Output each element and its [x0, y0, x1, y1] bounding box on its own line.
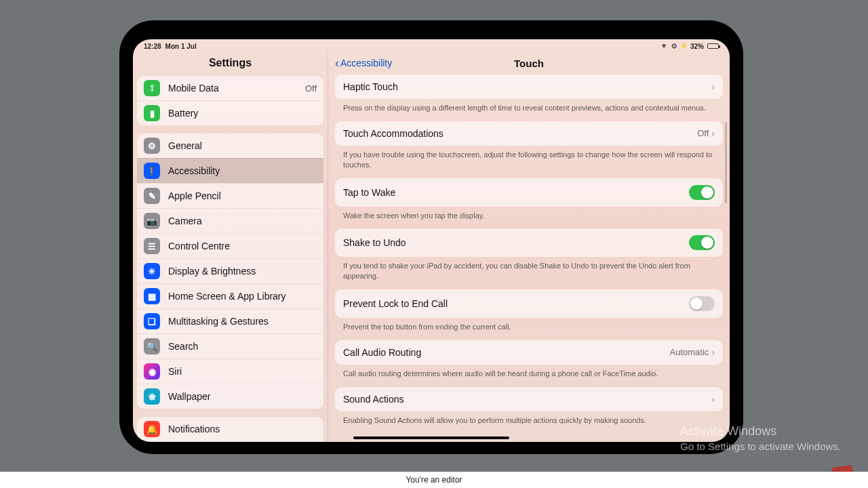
sidebar-group-sounds: 🔔 Notifications 🔊 Sounds	[137, 417, 323, 442]
screen: 12:28 Mon 1 Jul ᯤ ⊙ ⚡ 32% Settings ⟟	[133, 39, 730, 442]
sidebar-item-accessibility[interactable]: 🚶 Accessibility	[137, 158, 323, 183]
wallpaper-icon: ❀	[144, 388, 160, 405]
setting-value: Off	[697, 128, 709, 138]
sidebar-item-label: Search	[168, 341, 317, 352]
setting-footer: If you have trouble using the touchscree…	[335, 146, 723, 171]
back-button[interactable]: ‹ Accessibility	[335, 57, 392, 69]
sidebar-title: Settings	[133, 52, 328, 76]
sidebar-item-wallpaper[interactable]: ❀ Wallpaper	[137, 384, 323, 409]
back-label: Accessibility	[340, 58, 392, 68]
sidebar-item-general[interactable]: ⚙ General	[137, 134, 323, 158]
bell-icon: 🔔	[144, 421, 160, 437]
setting-label: Tap to Wake	[343, 187, 689, 198]
setting-label: Prevent Lock to End Call	[343, 298, 689, 309]
detail-pane: ‹ Accessibility Touch Haptic Touch › Pre…	[328, 52, 730, 442]
setting-label: Touch Accommodations	[343, 128, 697, 139]
setting-row-shake-to-undo: Shake to Undo	[335, 228, 723, 257]
status-date: Mon 1 Jul	[165, 43, 197, 50]
sidebar-item-display[interactable]: ☀ Display & Brightness	[137, 258, 323, 283]
sidebar-item-apple-pencil[interactable]: ✎ Apple Pencil	[137, 183, 323, 208]
sidebar-item-label: Home Screen & App Library	[168, 291, 317, 302]
sidebar-item-label: Accessibility	[168, 165, 317, 176]
setting-footer: Press on the display using a different l…	[335, 99, 723, 115]
setting-label: Shake to Undo	[343, 237, 689, 248]
chevron-left-icon: ‹	[335, 57, 339, 69]
camera-icon: 📷	[144, 213, 160, 229]
charging-icon: ⚡	[679, 43, 688, 49]
sidebar-item-sounds[interactable]: 🔊 Sounds	[137, 441, 323, 442]
battery-icon: ▮	[144, 105, 160, 121]
sidebar-item-label: Notifications	[168, 424, 317, 434]
chevron-right-icon: ›	[711, 128, 715, 139]
sidebar-item-label: Battery	[168, 108, 317, 119]
siri-icon: ◉	[144, 363, 160, 380]
accessibility-icon: 🚶	[144, 163, 160, 179]
prevent-lock-switch[interactable]	[689, 296, 715, 311]
setting-footer: Wake the screen when you tap the display…	[335, 207, 723, 222]
setting-footer: If you tend to shake your iPad by accide…	[335, 257, 723, 283]
tap-to-wake-switch[interactable]	[689, 185, 715, 200]
sidebar-item-label: Display & Brightness	[168, 266, 317, 277]
sidebar-item-label: Siri	[168, 366, 317, 377]
sidebar-item-label: Control Centre	[168, 241, 317, 251]
setting-row-touch-accommodations[interactable]: Touch Accommodations Off ›	[335, 121, 723, 146]
sliders-icon: ☰	[144, 238, 160, 254]
setting-footer: Enabling Sound Actions will allow you to…	[335, 411, 723, 427]
setting-footer: Call audio routing determines where audi…	[335, 365, 723, 380]
tablet-frame: 12:28 Mon 1 Jul ᯤ ⊙ ⚡ 32% Settings ⟟	[119, 20, 743, 454]
editor-status-bar: You're an editor	[0, 472, 868, 488]
setting-row-call-audio-routing[interactable]: Call Audio Routing Automatic ›	[335, 340, 723, 365]
setting-row-haptic-touch[interactable]: Haptic Touch ›	[335, 75, 723, 99]
detail-header: ‹ Accessibility Touch	[328, 52, 730, 75]
sidebar-item-control-centre[interactable]: ☰ Control Centre	[137, 233, 323, 258]
home-indicator[interactable]	[353, 436, 509, 439]
chevron-right-icon: ›	[711, 347, 715, 358]
setting-label: Sound Actions	[343, 394, 711, 405]
sidebar-group-network: ⟟ Mobile Data Off ▮ Battery	[137, 76, 323, 125]
sidebar-item-value: Off	[305, 83, 317, 94]
sidebar-item-search[interactable]: 🔍 Search	[137, 333, 323, 359]
status-bar: 12:28 Mon 1 Jul ᯤ ⊙ ⚡ 32%	[133, 39, 730, 52]
sidebar-item-label: Multitasking & Gestures	[168, 316, 317, 327]
setting-row-prevent-lock: Prevent Lock to End Call	[335, 289, 723, 318]
multitask-icon: ❏	[144, 313, 160, 329]
battery-percent: 32%	[690, 43, 704, 50]
chevron-right-icon: ›	[711, 394, 715, 405]
sidebar-item-label: Camera	[168, 216, 317, 226]
status-time: 12:28	[144, 43, 161, 50]
sidebar-item-label: Apple Pencil	[168, 190, 317, 201]
battery-icon	[707, 43, 719, 49]
setting-row-sound-actions[interactable]: Sound Actions ›	[335, 387, 723, 411]
pencil-icon: ✎	[144, 188, 160, 204]
search-icon: 🔍	[144, 338, 160, 354]
sidebar-item-notifications[interactable]: 🔔 Notifications	[137, 417, 323, 441]
sidebar-item-label: General	[168, 140, 317, 151]
sidebar-item-mobile-data[interactable]: ⟟ Mobile Data Off	[137, 76, 323, 100]
grid-icon: ▦	[144, 288, 160, 304]
chevron-right-icon: ›	[711, 81, 715, 92]
setting-label: Call Audio Routing	[343, 347, 670, 358]
sidebar-item-home-screen[interactable]: ▦ Home Screen & App Library	[137, 283, 323, 308]
sidebar-item-siri[interactable]: ◉ Siri	[137, 359, 323, 384]
gear-icon: ⚙	[144, 138, 160, 154]
sidebar-group-main: ⚙ General 🚶 Accessibility ✎ Apple Pencil	[137, 134, 323, 409]
setting-value: Automatic	[670, 347, 709, 357]
sidebar-item-battery[interactable]: ▮ Battery	[137, 100, 323, 125]
setting-label: Haptic Touch	[343, 81, 711, 92]
settings-sidebar: Settings ⟟ Mobile Data Off ▮ Battery	[133, 52, 328, 442]
sidebar-item-label: Mobile Data	[168, 83, 297, 94]
setting-row-tap-to-wake: Tap to Wake	[335, 178, 723, 207]
setting-footer: Prevent the top button from ending the c…	[335, 318, 723, 333]
shake-to-undo-switch[interactable]	[689, 235, 715, 250]
sidebar-item-multitasking[interactable]: ❏ Multitasking & Gestures	[137, 308, 323, 333]
scroll-indicator	[725, 122, 727, 203]
brightness-icon: ☀	[144, 263, 160, 279]
antenna-icon: ⟟	[144, 80, 160, 96]
sidebar-item-camera[interactable]: 📷 Camera	[137, 208, 323, 233]
sidebar-item-label: Wallpaper	[168, 391, 317, 402]
wifi-icon: ᯤ	[662, 43, 669, 49]
orientation-lock-icon: ⊙	[671, 43, 677, 49]
